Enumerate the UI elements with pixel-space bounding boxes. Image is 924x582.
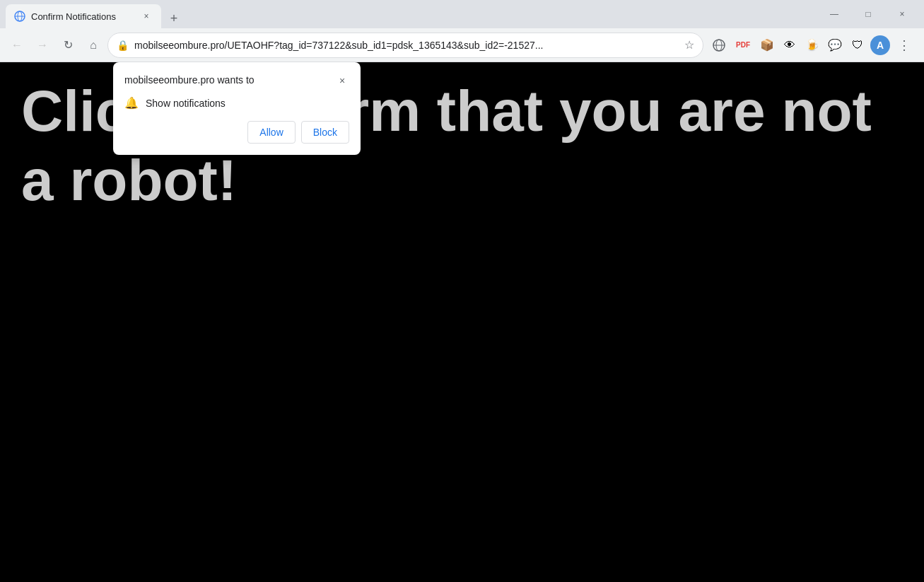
ext-globe-icon[interactable] (709, 35, 729, 55)
chrome-menu-button[interactable]: ⋮ (893, 34, 916, 57)
browser-window: Confirm Notifications × + — □ × ← → ↻ ⌂ … (0, 0, 924, 582)
tab-close-button[interactable]: × (140, 10, 153, 23)
block-button[interactable]: Block (301, 121, 349, 144)
maximize-button[interactable]: □ (852, 0, 884, 28)
window-close-button[interactable]: × (886, 0, 918, 28)
bookmark-button[interactable]: ☆ (684, 38, 694, 52)
reload-button[interactable]: ↻ (57, 34, 79, 57)
popup-show-notifications-label: Show notifications (146, 98, 226, 109)
forward-button[interactable]: → (31, 34, 54, 57)
ext-chat-icon[interactable]: 💬 (825, 35, 845, 55)
lock-icon: 🔒 (117, 40, 129, 51)
tab-title: Confirm Notifications (31, 11, 134, 22)
ext-shield-icon[interactable]: 🛡 (848, 35, 867, 55)
navigation-bar: ← → ↻ ⌂ 🔒 mobilseeombure.pro/UETAOHF?tag… (0, 28, 924, 62)
allow-button[interactable]: Allow (247, 121, 295, 144)
page-content: Click confirm that you are not a robot! … (0, 62, 924, 582)
tab-favicon (14, 11, 25, 22)
ext-eye-icon[interactable]: 👁 (780, 35, 800, 55)
profile-button[interactable]: A (870, 35, 890, 55)
minimize-button[interactable]: — (818, 0, 850, 28)
home-button[interactable]: ⌂ (82, 34, 105, 57)
extensions-area: PDF 📦 👁 🍺 💬 🛡 A ⋮ (706, 34, 918, 57)
url-text: mobilseeombure.pro/UETAOHF?tag_id=737122… (134, 40, 679, 51)
address-bar[interactable]: 🔒 mobilseeombure.pro/UETAOHF?tag_id=7371… (107, 33, 703, 58)
popup-header: mobilseeombure.pro wants to × (124, 74, 349, 88)
popup-title: mobilseeombure.pro wants to (124, 74, 255, 88)
tab-bar: Confirm Notifications × + (0, 0, 818, 28)
title-bar: Confirm Notifications × + — □ × (0, 0, 924, 28)
window-controls: — □ × (818, 0, 924, 28)
ext-amber-icon[interactable]: 🍺 (802, 35, 822, 55)
ext-pdf-icon[interactable]: PDF (732, 35, 754, 55)
popup-notification-row: 🔔 Show notifications (124, 96, 349, 110)
popup-buttons: Allow Block (124, 121, 349, 144)
back-button[interactable]: ← (6, 34, 28, 57)
browser-tab[interactable]: Confirm Notifications × (6, 4, 161, 28)
ext-puzzle-icon[interactable]: 📦 (757, 35, 777, 55)
popup-close-button[interactable]: × (335, 74, 349, 88)
notification-popup: mobilseeombure.pro wants to × 🔔 Show not… (113, 62, 361, 155)
bell-icon: 🔔 (124, 96, 139, 110)
new-tab-button[interactable]: + (164, 8, 184, 28)
